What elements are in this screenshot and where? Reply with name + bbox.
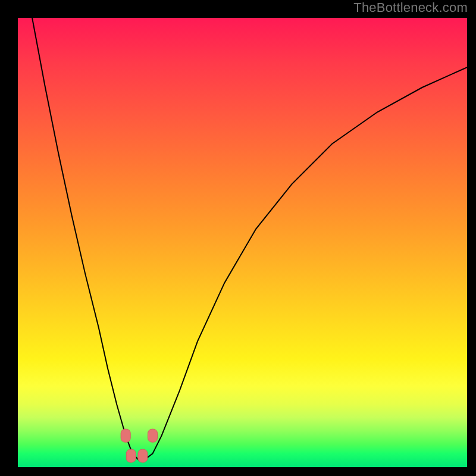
marker-group — [121, 429, 157, 462]
watermark-text: TheBottleneck.com — [353, 0, 468, 15]
curve-path — [32, 18, 467, 461]
curve-layer — [18, 18, 467, 467]
curve-marker-1 — [126, 449, 136, 462]
curve-marker-3 — [148, 429, 158, 442]
plot-area — [18, 18, 467, 467]
chart-stage: TheBottleneck.com — [0, 0, 476, 476]
curve-marker-2 — [138, 449, 148, 462]
bottleneck-curve — [32, 18, 467, 461]
curve-marker-0 — [121, 429, 130, 442]
